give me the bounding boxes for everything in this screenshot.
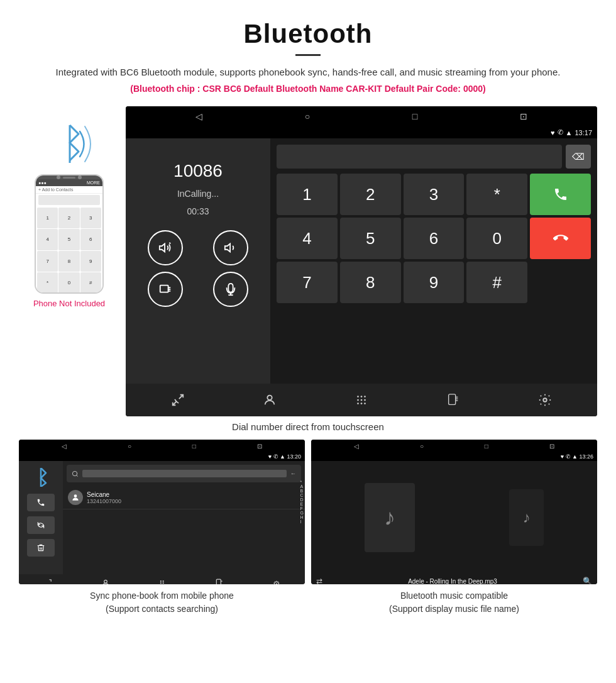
dial-input-row: ⌫	[277, 145, 591, 169]
dialpad-icon[interactable]	[349, 387, 374, 413]
settings-icon[interactable]	[532, 387, 558, 413]
svg-point-30	[74, 494, 77, 497]
numpad-key-6[interactable]: 6	[404, 218, 465, 259]
wifi-icon: ▲	[566, 129, 573, 136]
svg-point-17	[361, 399, 363, 401]
svg-point-21	[364, 403, 366, 404]
numpad-key-4[interactable]: 4	[277, 218, 338, 259]
music-search-icon[interactable]: 🔍	[583, 577, 592, 584]
music-note-icon-side: ♪	[523, 509, 531, 526]
screenshot-icon: ⊡	[520, 111, 527, 121]
svg-point-20	[361, 403, 363, 404]
answer-call-button[interactable]	[530, 174, 591, 215]
page-description: Integrated with BC6 Bluetooth module, su…	[25, 65, 591, 80]
music-note-icon-main: ♪	[384, 504, 395, 531]
bluetooth-sidebar-icon	[30, 466, 52, 489]
phonebook-search-bar[interactable]: ←	[67, 465, 301, 482]
page-specs: (Bluetooth chip : CSR BC6 Default Blueto…	[25, 84, 591, 94]
bluetooth-phone-icon[interactable]	[441, 387, 466, 413]
phonebook-bottom-bar: ⠿ ⚙	[19, 574, 305, 584]
location-icon: ♥	[551, 129, 555, 136]
volume-down-button[interactable]	[213, 230, 248, 265]
mute-button[interactable]	[213, 272, 248, 307]
numpad-key-3[interactable]: 3	[404, 174, 465, 215]
music-status-right: ♥ ✆ ▲ 13:26	[561, 453, 593, 460]
volume-up-button[interactable]	[148, 230, 183, 265]
dial-right-panel: ⌫ 1 2 3 * 4 5 6 0	[270, 138, 597, 384]
music-recents-icon: □	[485, 443, 488, 450]
end-call-button[interactable]	[530, 218, 591, 259]
svg-point-12	[267, 396, 272, 400]
numpad-key-7[interactable]: 7	[277, 262, 338, 303]
numpad-key-2[interactable]: 2	[340, 174, 401, 215]
home-icon: ○	[305, 111, 310, 121]
svg-point-14	[361, 396, 363, 397]
dial-android-screen: ◁ ○ □ ⊡ ♥ ✆ ▲ 13:17 10086 InCalling... 0…	[126, 106, 597, 416]
dial-caption: Dial number direct from touchscreen	[0, 416, 616, 440]
pb-dialpad-icon[interactable]: ⠿	[159, 579, 165, 585]
delete-sidebar-btn[interactable]	[27, 539, 55, 557]
numpad-key-0[interactable]: 0	[466, 218, 527, 259]
music-controls-top: ⇄ Adele - Rolling In the Deep.mp3 🔍	[316, 577, 592, 584]
dial-number-display: 10086	[136, 161, 260, 181]
music-back-icon: ◁	[354, 443, 359, 450]
pb-screenshot-icon: ⊡	[257, 443, 262, 450]
music-caption: Bluetooth music compatible (Support disp…	[389, 589, 519, 616]
numpad-grid: 1 2 3 * 4 5 6 0	[277, 174, 591, 303]
numpad-key-5[interactable]: 5	[340, 218, 401, 259]
music-screenshot-card: ◁ ○ □ ⊡ ♥ ✆ ▲ 13:26 ♪ ♪	[311, 440, 597, 616]
transfer-call-button[interactable]	[148, 272, 183, 307]
svg-line-10	[179, 395, 183, 399]
contact-avatar	[68, 490, 83, 505]
music-main-area: ♪ ♪	[311, 461, 597, 574]
dial-input-field[interactable]	[277, 145, 562, 169]
svg-marker-1	[160, 244, 165, 252]
bluetooth-signal-icon	[41, 119, 97, 169]
call-transfer-icon[interactable]	[165, 387, 190, 413]
numpad-key-1[interactable]: 1	[277, 174, 338, 215]
phonebook-android-screen: ◁ ○ □ ⊡ ♥ ✆ ▲ 13:20	[19, 440, 305, 584]
svg-point-26	[543, 398, 547, 402]
android-nav-bar: ◁ ○ □ ⊡	[126, 106, 597, 126]
numpad-key-asterisk[interactable]: *	[466, 174, 527, 215]
backspace-button[interactable]: ⌫	[566, 145, 591, 169]
svg-point-19	[357, 403, 359, 404]
pb-settings-icon[interactable]: ⚙	[273, 579, 280, 585]
alpha-index: * A B C D E F G H I	[300, 480, 304, 524]
numpad-key-8[interactable]: 8	[340, 262, 401, 303]
contact-row: Seicane 13241007000	[63, 486, 305, 509]
svg-point-15	[364, 396, 366, 397]
svg-line-29	[77, 475, 78, 476]
phonebook-caption: Sync phone-book from mobile phone (Suppo…	[90, 589, 234, 616]
shuffle-icon[interactable]: ⇄	[316, 577, 322, 584]
phonebook-nav-bar: ◁ ○ □ ⊡	[19, 440, 305, 452]
pb-bluetooth-icon[interactable]	[215, 579, 224, 585]
phone-sidebar-btn[interactable]	[27, 494, 55, 511]
pb-call-icon[interactable]	[43, 579, 52, 585]
numpad-key-9[interactable]: 9	[404, 262, 465, 303]
svg-rect-4	[160, 286, 168, 292]
svg-rect-22	[449, 394, 456, 405]
contacts-icon[interactable]	[257, 387, 282, 413]
music-info-section: ⇄ Adele - Rolling In the Deep.mp3 🔍 Adel…	[311, 574, 597, 584]
music-artwork-area: ♪ ♪	[311, 461, 597, 574]
contact-name: Seicane	[87, 491, 121, 498]
svg-marker-3	[225, 244, 230, 252]
music-song-title: Adele - Rolling In the Deep.mp3	[322, 578, 583, 585]
contact-info: Seicane 13241007000	[87, 491, 121, 504]
phonebook-status-bar: ♥ ✆ ▲ 13:20	[19, 452, 305, 461]
title-divider	[295, 54, 321, 56]
refresh-sidebar-btn[interactable]	[27, 516, 55, 534]
pb-contacts-icon[interactable]	[101, 579, 110, 585]
svg-point-18	[364, 399, 366, 401]
phonebook-status-right: ♥ ✆ ▲ 13:20	[268, 453, 301, 460]
numpad-key-hash[interactable]: #	[466, 262, 527, 303]
phone-not-included-label: Phone Not Included	[33, 299, 105, 308]
phonebook-sidebar	[19, 461, 63, 574]
svg-point-28	[72, 471, 77, 475]
dial-status-bar: ♥ ✆ ▲ 13:17	[126, 126, 597, 138]
music-screenshot-icon: ⊡	[549, 443, 554, 450]
pb-back-icon: ◁	[62, 443, 67, 450]
dial-main-area: 10086 InCalling... 00:33	[126, 138, 597, 384]
dial-timer: 00:33	[136, 206, 260, 216]
